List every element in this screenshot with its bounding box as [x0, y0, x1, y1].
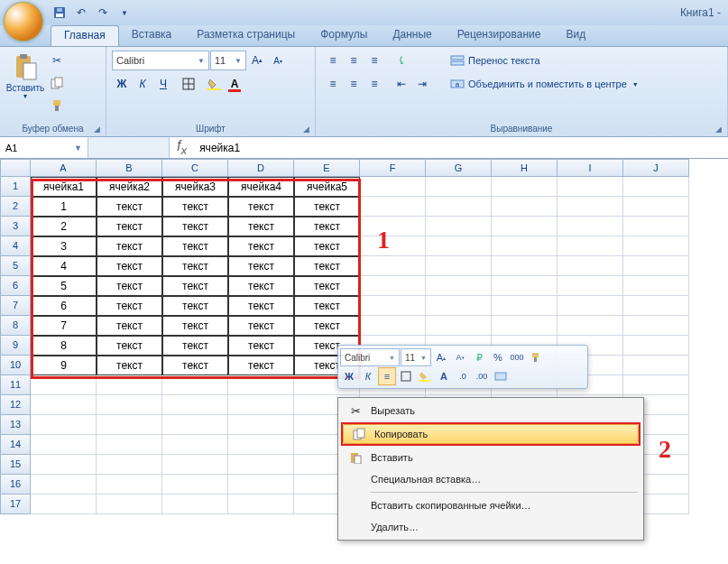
borders-icon[interactable]: [179, 74, 198, 94]
cell[interactable]: текст: [228, 356, 294, 375]
orientation-icon[interactable]: ⤹: [392, 51, 411, 70]
cell[interactable]: текст: [97, 217, 162, 236]
cell[interactable]: [360, 256, 426, 276]
cell[interactable]: [162, 495, 228, 514]
dialog-launcher-icon[interactable]: ◢: [94, 125, 100, 134]
ctx-cut[interactable]: ✂ Вырезать: [340, 400, 641, 421]
cell[interactable]: [31, 475, 97, 495]
paste-button[interactable]: Вставить ▼: [5, 51, 45, 101]
row-header[interactable]: 10: [0, 356, 31, 375]
cell[interactable]: текст: [162, 276, 228, 296]
cell[interactable]: [623, 276, 689, 296]
cell[interactable]: [31, 435, 97, 455]
cell[interactable]: текст: [228, 336, 294, 356]
name-box[interactable]: A1 ▼: [0, 137, 88, 158]
cell[interactable]: [162, 375, 228, 395]
tab-review[interactable]: Рецензирование: [445, 25, 554, 46]
cell[interactable]: текст: [162, 296, 228, 316]
cell[interactable]: ячейка4: [228, 177, 294, 197]
fill-color-icon[interactable]: [204, 74, 224, 94]
select-all-corner[interactable]: [0, 159, 31, 177]
dialog-launcher-icon[interactable]: ◢: [715, 125, 722, 134]
row-header[interactable]: 7: [0, 296, 31, 316]
cell[interactable]: [97, 495, 162, 514]
font-size-combo[interactable]: 11▼: [210, 51, 246, 70]
cell[interactable]: текст: [294, 316, 360, 336]
cell[interactable]: текст: [162, 316, 228, 336]
formula-input[interactable]: [194, 142, 728, 154]
save-icon[interactable]: [51, 4, 69, 22]
cell[interactable]: текст: [294, 296, 360, 316]
cell[interactable]: [31, 415, 97, 435]
align-middle-icon[interactable]: ≡: [344, 51, 364, 70]
row-header[interactable]: 11: [0, 375, 31, 395]
cell[interactable]: 5: [31, 276, 97, 296]
cell[interactable]: [492, 296, 558, 316]
cell[interactable]: [360, 177, 426, 197]
row-header[interactable]: 15: [0, 455, 31, 475]
column-header[interactable]: H: [492, 159, 558, 177]
mini-bold-button[interactable]: Ж: [340, 367, 358, 385]
cell[interactable]: [162, 455, 228, 475]
cell[interactable]: [492, 177, 558, 197]
cell[interactable]: [492, 217, 558, 236]
cell[interactable]: текст: [294, 256, 360, 276]
align-bottom-icon[interactable]: ≡: [364, 51, 384, 70]
cell[interactable]: текст: [228, 296, 294, 316]
underline-button[interactable]: Ч: [153, 74, 173, 94]
cell[interactable]: 8: [31, 336, 97, 356]
cell[interactable]: ячейка3: [162, 177, 228, 197]
tab-insert[interactable]: Вставка: [119, 25, 185, 46]
cell[interactable]: текст: [162, 197, 228, 217]
cell[interactable]: [31, 395, 97, 415]
cell[interactable]: [228, 475, 294, 495]
align-center-icon[interactable]: ≡: [344, 74, 364, 94]
redo-icon[interactable]: ↷: [94, 4, 112, 22]
cell[interactable]: текст: [228, 316, 294, 336]
cell[interactable]: [492, 256, 558, 276]
cell[interactable]: [97, 415, 162, 435]
cell[interactable]: [162, 475, 228, 495]
cell[interactable]: текст: [97, 296, 162, 316]
cell[interactable]: текст: [97, 197, 162, 217]
cell[interactable]: [492, 276, 558, 296]
cell[interactable]: текст: [294, 236, 360, 256]
ctx-delete[interactable]: Удалить…: [340, 516, 641, 538]
cell[interactable]: [426, 316, 492, 336]
cell[interactable]: [623, 336, 689, 356]
column-header[interactable]: B: [97, 159, 162, 177]
column-header[interactable]: F: [360, 159, 426, 177]
cell[interactable]: [97, 475, 162, 495]
cell[interactable]: [623, 316, 689, 336]
increase-indent-icon[interactable]: ⇥: [412, 74, 432, 94]
cell[interactable]: 6: [31, 296, 97, 316]
cell[interactable]: [97, 435, 162, 455]
cell[interactable]: текст: [162, 336, 228, 356]
cut-icon[interactable]: ✂: [47, 51, 67, 70]
cell[interactable]: 3: [31, 236, 97, 256]
cell[interactable]: текст: [294, 217, 360, 236]
row-header[interactable]: 13: [0, 415, 31, 435]
cell[interactable]: [162, 435, 228, 455]
row-header[interactable]: 6: [0, 276, 31, 296]
cell[interactable]: текст: [162, 236, 228, 256]
chevron-down-icon[interactable]: ▼: [74, 143, 82, 153]
cell[interactable]: [97, 375, 162, 395]
mini-align-center-icon[interactable]: ≡: [378, 367, 396, 385]
cell[interactable]: [228, 495, 294, 514]
row-header[interactable]: 12: [0, 395, 31, 415]
cell[interactable]: текст: [294, 276, 360, 296]
mini-decrease-decimal-icon[interactable]: .0: [454, 367, 472, 385]
mini-increase-decimal-icon[interactable]: .00: [473, 367, 491, 385]
mini-comma-icon[interactable]: 000: [508, 348, 526, 366]
ctx-copy[interactable]: Копировать: [343, 424, 639, 444]
cell[interactable]: [228, 435, 294, 455]
mini-shrink-font-icon[interactable]: A▾: [451, 348, 469, 366]
font-name-combo[interactable]: Calibri▼: [112, 51, 209, 70]
bold-button[interactable]: Ж: [112, 74, 132, 94]
cell[interactable]: [360, 316, 426, 336]
cell[interactable]: [558, 256, 623, 276]
cell[interactable]: [623, 256, 689, 276]
column-header[interactable]: C: [162, 159, 228, 177]
cell[interactable]: [426, 256, 492, 276]
